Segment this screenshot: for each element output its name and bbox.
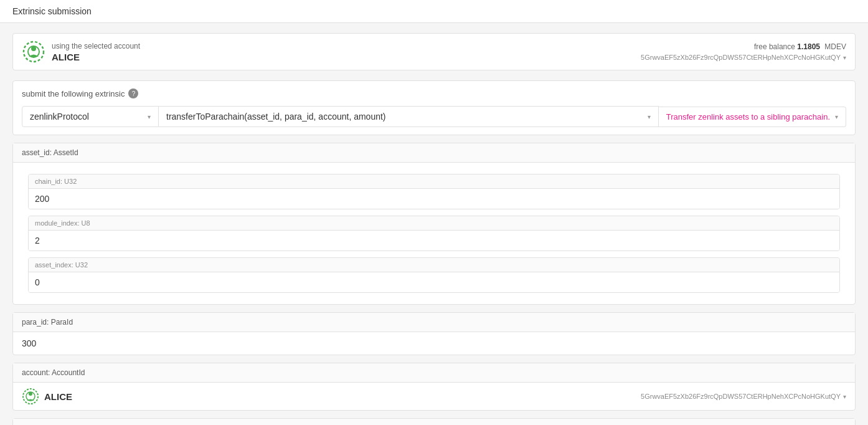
account-field-content: ALICE 5GrwvaEF5zXb26Fz9rcQpDWS57CtERHpNe… — [13, 383, 855, 410]
para-id-section: para_id: ParaId 300 — [12, 312, 856, 355]
svg-point-5 — [29, 392, 32, 396]
module-index-value[interactable]: 2 — [29, 231, 839, 251]
account-field-header: account: AccountId — [13, 363, 855, 383]
page-container: Extrinsic submission using the selected … — [0, 0, 868, 425]
asset-id-body: chain_id: U32 200 module_index: U8 2 ass… — [13, 163, 855, 304]
help-icon[interactable]: ? — [128, 88, 138, 98]
title-bar: Extrinsic submission — [0, 0, 868, 23]
module-index-label: module_index: U8 — [29, 216, 839, 231]
function-value: transferToParachain(asset_id, para_id, a… — [166, 112, 386, 122]
asset-index-field: asset_index: U32 0 — [28, 257, 840, 293]
svg-point-3 — [23, 389, 38, 404]
account-address: 5GrwvaEF5zXb26Fz9rcQpDWS57CtERHpNehXCPcN… — [641, 54, 846, 61]
account-avatar-icon — [22, 40, 45, 64]
para-id-value[interactable]: 300 — [13, 332, 855, 355]
account-field-left: ALICE — [22, 388, 72, 405]
description-value: Transfer zenlink assets to a sibling par… — [666, 112, 830, 122]
chain-id-field: chain_id: U32 200 — [28, 174, 840, 209]
account-name: ALICE — [52, 52, 140, 62]
account-info: using the selected account ALICE — [52, 42, 140, 62]
amount-section: amount: Compact<TokenBalance> 1000000 — [12, 418, 856, 425]
extrinsic-section: submit the following extrinsic ? zenlink… — [12, 80, 856, 135]
function-selector[interactable]: transferToParachain(asset_id, para_id, a… — [159, 106, 659, 127]
svg-point-0 — [24, 42, 44, 62]
extrinsic-selectors: zenlinkProtocol ▾ transferToParachain(as… — [22, 106, 846, 127]
chain-id-label: chain_id: U32 — [29, 174, 839, 189]
account-section: using the selected account ALICE free ba… — [12, 33, 856, 70]
page-title: Extrinsic submission — [12, 6, 92, 16]
extrinsic-header: submit the following extrinsic ? — [22, 88, 846, 98]
asset-index-label: asset_index: U32 — [29, 258, 839, 272]
account-label: using the selected account — [52, 42, 140, 50]
account-field-right: 5GrwvaEF5zXb26Fz9rcQpDWS57CtERHpNehXCPcN… — [641, 393, 846, 400]
function-dropdown-arrow: ▾ — [648, 113, 651, 120]
description-dropdown-arrow: ▾ — [835, 113, 838, 120]
svg-point-2 — [31, 46, 36, 51]
module-dropdown-arrow: ▾ — [148, 113, 151, 120]
account-field-name: ALICE — [44, 391, 72, 402]
account-right: free balance 1.1805 MDEV 5GrwvaEF5zXb26F… — [641, 42, 846, 61]
account-field-address: 5GrwvaEF5zXb26Fz9rcQpDWS57CtERHpNehXCPcN… — [641, 393, 841, 400]
main-content: using the selected account ALICE free ba… — [0, 23, 868, 425]
chain-id-value[interactable]: 200 — [29, 189, 839, 209]
account-dropdown-arrow[interactable]: ▾ — [843, 54, 846, 61]
module-index-field: module_index: U8 2 — [28, 216, 840, 251]
asset-id-header: asset_id: AssetId — [13, 143, 855, 163]
account-field-dropdown-arrow[interactable]: ▾ — [843, 393, 846, 400]
account-field-section: account: AccountId ALICE 5G — [12, 363, 856, 411]
asset-index-value[interactable]: 0 — [29, 272, 839, 292]
free-balance: free balance 1.1805 MDEV — [754, 42, 846, 51]
account-field-avatar — [22, 388, 39, 405]
account-left: using the selected account ALICE — [22, 40, 140, 64]
module-selector[interactable]: zenlinkProtocol ▾ — [22, 106, 159, 127]
extrinsic-label: submit the following extrinsic — [22, 89, 125, 98]
para-id-header: para_id: ParaId — [13, 313, 855, 332]
amount-header: amount: Compact<TokenBalance> — [13, 419, 855, 425]
description-selector[interactable]: Transfer zenlink assets to a sibling par… — [659, 107, 846, 127]
module-value: zenlinkProtocol — [30, 112, 89, 122]
asset-id-section: asset_id: AssetId chain_id: U32 200 modu… — [12, 143, 856, 305]
